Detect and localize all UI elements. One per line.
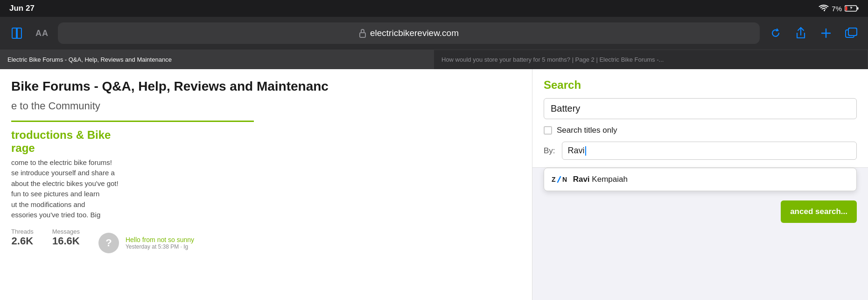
battery-icon [845,5,859,12]
question-mark-circle: ? [98,233,119,253]
status-date: Jun 27 [9,4,35,13]
svg-rect-5 [848,28,857,36]
advanced-search-area: anced search... [532,191,868,223]
text-size-label: AA [35,29,49,38]
svg-rect-2 [846,7,847,11]
add-tab-button[interactable] [817,24,835,43]
autocomplete-name-0: Ravi Kempaiah [573,175,628,184]
zen-logo-n: N [562,176,567,183]
tabs-icon [845,27,858,39]
by-input-value: Ravi [568,146,585,156]
threads-stat: Threads 2.6K [11,228,34,253]
main-area: Bike Forums - Q&A, Help, Reviews and Mai… [0,69,868,300]
bookmark-button[interactable] [7,24,26,43]
tab-2-label: How would you store your battery for 5 m… [441,56,664,63]
green-divider [11,121,254,122]
autocomplete-dropdown: Z N Ravi Kempaiah [544,168,857,191]
threads-label: Threads [11,228,34,235]
by-input-wrapper[interactable]: Ravi [562,142,857,160]
body-text: come to the electric bike forums! se int… [11,157,226,221]
address-bar[interactable]: electricbikereview.com [58,22,760,44]
zen-logo-text: Z [552,176,556,183]
search-input-value: Battery [551,103,580,114]
status-right: 7% [819,5,859,13]
svg-rect-1 [857,7,859,10]
threads-count: 2.6K [11,235,34,247]
svg-line-7 [558,177,560,182]
tabs-row: Electric Bike Forums - Q&A, Help, Review… [0,50,868,69]
search-titles-checkbox[interactable] [544,126,552,135]
post-info: Hello from not so sunny Yesterday at 5:3… [126,236,194,250]
checkbox-row: Search titles only [544,126,857,135]
section-title-line1: troductions & Bike [11,129,111,141]
battery-percent: 7% [832,5,842,13]
share-button[interactable] [791,24,810,43]
by-row: By: Ravi [544,142,857,160]
svg-rect-3 [360,33,365,37]
text-size-button[interactable]: AA [33,24,51,43]
page-heading-text: Bike Forums - Q&A, Help, Reviews and Mai… [11,79,329,93]
zen-slash-icon [557,176,561,183]
messages-stat: Messages 16.6K [52,228,80,253]
share-icon [795,27,807,40]
book-open-icon [10,27,23,40]
zen-logo: Z N [552,176,567,183]
checkbox-label: Search titles only [557,126,617,135]
advanced-search-button[interactable]: anced search... [781,200,857,223]
search-overlay: Search Battery Search titles only By: Ra… [532,69,868,300]
tabs-button[interactable] [842,24,861,43]
url-text: electricbikereview.com [370,28,459,38]
reload-icon [770,27,782,39]
autocomplete-item-0[interactable]: Z N Ravi Kempaiah [544,168,856,191]
search-title: Search [544,79,857,92]
tab-2[interactable]: How would you store your battery for 5 m… [434,50,868,69]
tab-1-label: Electric Bike Forums - Q&A, Help, Review… [7,56,172,63]
search-panel: Search Battery Search titles only By: Ra… [532,69,868,168]
browser-toolbar: AA electricbikereview.com [0,17,868,50]
by-label: By: [544,146,555,156]
reload-button[interactable] [766,24,785,43]
autocomplete-name-bold: Ravi [573,175,590,184]
wifi-icon [819,5,829,12]
status-bar: Jun 27 7% [0,0,868,17]
post-title: Hello from not so sunny [126,236,194,243]
post-meta: Yesterday at 5:38 PM · Ig [126,243,194,250]
text-cursor [585,146,586,156]
tab-1[interactable]: Electric Bike Forums - Q&A, Help, Review… [0,50,434,69]
autocomplete-name-rest: Kempaiah [590,175,628,184]
messages-label: Messages [52,228,80,235]
section-title-line2: rage [11,142,35,154]
lock-icon [359,29,366,38]
messages-count: 16.6K [52,235,80,247]
search-input-wrapper[interactable]: Battery [544,98,857,119]
plus-icon [820,27,832,39]
post-preview: ? Hello from not so sunny Yesterday at 5… [98,233,194,253]
